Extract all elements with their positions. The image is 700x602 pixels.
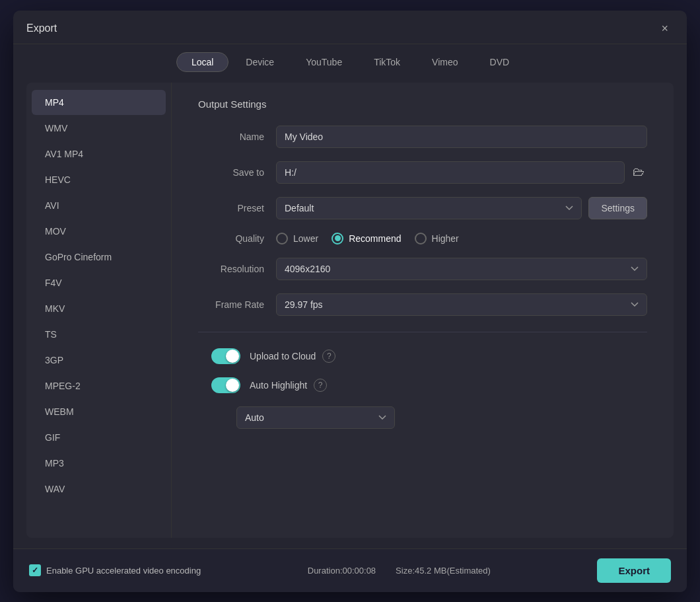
resolution-label: Resolution	[198, 264, 264, 274]
resolution-select[interactable]: 4096x2160	[276, 258, 647, 280]
preset-label: Preset	[198, 203, 264, 213]
quality-recommend-radio[interactable]	[332, 233, 343, 245]
quality-lower-label: Lower	[293, 233, 318, 244]
duration-stat: Duration:00:00:08	[308, 566, 376, 576]
format-item-ts[interactable]: TS	[32, 322, 166, 347]
export-button[interactable]: Export	[597, 558, 671, 583]
upload-cloud-thumb	[226, 350, 239, 363]
quality-label: Quality	[198, 233, 264, 244]
export-dialog: Export × Local Device YouTube TikTok Vim…	[13, 11, 687, 592]
quality-higher-option[interactable]: Higher	[415, 233, 459, 245]
settings-button[interactable]: Settings	[588, 197, 647, 219]
upload-cloud-track	[211, 348, 240, 364]
upload-cloud-toggle[interactable]	[211, 348, 240, 364]
name-label: Name	[198, 132, 264, 142]
format-item-avi[interactable]: AVI	[32, 193, 166, 218]
tab-dvd[interactable]: DVD	[475, 53, 524, 71]
footer: Enable GPU accelerated video encoding Du…	[13, 548, 687, 592]
format-item-av1mp4[interactable]: AV1 MP4	[32, 141, 166, 167]
close-button[interactable]: ×	[656, 20, 674, 37]
frame-rate-row: Frame Rate 29.97 fps	[198, 293, 647, 316]
tab-device[interactable]: Device	[231, 53, 289, 71]
preset-row: Preset Default Settings	[198, 197, 647, 219]
tab-vimeo[interactable]: Vimeo	[417, 53, 472, 71]
upload-cloud-help-icon[interactable]: ?	[322, 350, 335, 363]
name-row: Name	[198, 126, 647, 148]
auto-highlight-toggle[interactable]	[211, 377, 240, 393]
auto-highlight-row: Auto Highlight ?	[198, 377, 647, 393]
format-item-gopro[interactable]: GoPro Cineform	[32, 245, 166, 270]
dialog-header: Export ×	[13, 11, 687, 44]
format-item-mp3[interactable]: MP3	[32, 451, 166, 476]
preset-select[interactable]: Default	[276, 197, 582, 219]
folder-browse-button[interactable]: 🗁	[630, 163, 647, 182]
quality-lower-option[interactable]: Lower	[276, 233, 318, 245]
format-item-wmv[interactable]: WMV	[32, 116, 166, 141]
preset-controls: Default Settings	[276, 197, 647, 219]
format-item-f4v[interactable]: F4V	[32, 270, 166, 295]
format-item-webm[interactable]: WEBM	[32, 399, 166, 424]
footer-info: Duration:00:00:08 Size:45.2 MB(Estimated…	[214, 566, 584, 576]
divider	[198, 332, 647, 332]
folder-row: 🗁	[276, 161, 647, 184]
quality-group: Lower Recommend Higher	[276, 233, 459, 245]
save-to-input[interactable]	[276, 161, 625, 184]
resolution-row: Resolution 4096x2160	[198, 258, 647, 280]
tab-tiktok[interactable]: TikTok	[359, 53, 415, 71]
tab-local[interactable]: Local	[176, 52, 228, 72]
tab-bar: Local Device YouTube TikTok Vimeo DVD	[13, 44, 687, 83]
quality-recommend-option[interactable]: Recommend	[332, 233, 401, 245]
settings-panel: Output Settings Name Save to 🗁 Preset	[172, 83, 674, 538]
name-input[interactable]	[276, 126, 647, 148]
auto-select-row: Auto	[198, 406, 647, 429]
save-to-label: Save to	[198, 167, 264, 178]
quality-row: Quality Lower Recommend Higher	[198, 233, 647, 245]
output-settings-title: Output Settings	[198, 98, 647, 110]
format-list: MP4 WMV AV1 MP4 HEVC AVI MOV GoPro Cinef…	[26, 83, 172, 538]
quality-higher-radio[interactable]	[415, 233, 427, 245]
auto-highlight-label: Auto Highlight	[250, 380, 307, 391]
auto-highlight-track	[211, 377, 240, 393]
quality-lower-radio[interactable]	[276, 233, 288, 245]
content-area: MP4 WMV AV1 MP4 HEVC AVI MOV GoPro Cinef…	[26, 83, 674, 538]
quality-recommend-label: Recommend	[349, 233, 401, 244]
auto-highlight-thumb	[226, 379, 239, 392]
gpu-label: Enable GPU accelerated video encoding	[46, 566, 201, 576]
gpu-checkbox-box[interactable]	[29, 564, 41, 576]
upload-cloud-row: Upload to Cloud ?	[198, 348, 647, 364]
format-item-mov[interactable]: MOV	[32, 219, 166, 244]
format-item-3gp[interactable]: 3GP	[32, 348, 166, 373]
format-item-mpeg2[interactable]: MPEG-2	[32, 373, 166, 398]
tab-youtube[interactable]: YouTube	[291, 53, 357, 71]
upload-cloud-label: Upload to Cloud	[250, 351, 316, 361]
frame-rate-label: Frame Rate	[198, 299, 264, 310]
format-item-wav[interactable]: WAV	[32, 476, 166, 502]
format-item-gif[interactable]: GIF	[32, 425, 166, 450]
auto-highlight-select[interactable]: Auto	[236, 406, 395, 429]
frame-rate-select[interactable]: 29.97 fps	[276, 293, 647, 316]
save-to-row: Save to 🗁	[198, 161, 647, 184]
gpu-checkbox[interactable]: Enable GPU accelerated video encoding	[29, 564, 201, 576]
format-item-hevc[interactable]: HEVC	[32, 167, 166, 192]
format-item-mkv[interactable]: MKV	[32, 296, 166, 321]
size-stat: Size:45.2 MB(Estimated)	[396, 566, 491, 576]
format-item-mp4[interactable]: MP4	[32, 90, 166, 115]
quality-higher-label: Higher	[432, 233, 459, 244]
dialog-title: Export	[26, 22, 57, 34]
auto-highlight-help-icon[interactable]: ?	[314, 379, 327, 392]
